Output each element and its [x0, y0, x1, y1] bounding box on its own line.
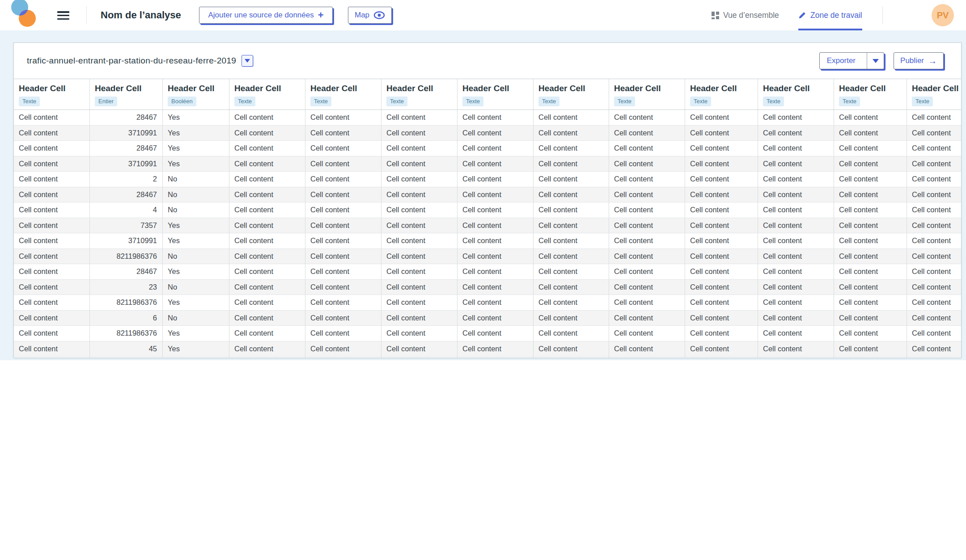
export-dropdown-button[interactable]: [867, 53, 884, 69]
table-cell: Cell content: [609, 218, 685, 234]
analysis-title: Nom de l’analyse: [101, 0, 181, 30]
table-cell: Cell content: [305, 280, 381, 295]
column-type-badge: Texte: [234, 97, 255, 106]
table-cell: Cell content: [685, 172, 758, 187]
export-button[interactable]: Exporter: [820, 53, 863, 69]
table-cell: Cell content: [685, 311, 758, 326]
table-cell: Cell content: [381, 141, 458, 156]
column-header[interactable]: Header CellTexte: [14, 79, 90, 109]
table-cell: Cell content: [907, 126, 962, 141]
table-cell: 3710991: [90, 233, 163, 249]
table-cell: Cell content: [229, 249, 305, 265]
table-cell: [163, 357, 229, 358]
dataset-toolbar: trafic-annuel-entrant-par-station-du-res…: [14, 43, 961, 79]
table-cell: Yes: [163, 141, 229, 156]
table-row: Cell content3710991YesCell contentCell c…: [14, 156, 961, 172]
user-avatar[interactable]: PV: [932, 4, 954, 26]
table-cell: Yes: [163, 326, 229, 341]
transformation-panel: Transformations populaires Add columnAgg…: [0, 360, 966, 560]
table-cell: Cell content: [229, 218, 305, 234]
table-cell: Cell content: [834, 249, 907, 265]
column-header[interactable]: Header CellTexte: [758, 79, 834, 109]
column-title: Header Cell: [168, 84, 224, 93]
table-cell: [381, 357, 458, 358]
table-cell: Cell content: [458, 141, 534, 156]
column-header[interactable]: Header CellTexte: [305, 79, 381, 109]
column-header[interactable]: Header CellTexte: [907, 79, 962, 109]
table-cell: Cell content: [907, 156, 962, 172]
table-cell: Cell content: [381, 326, 458, 341]
table-body: Cell content28467YesCell contentCell con…: [14, 110, 961, 358]
table-cell: Cell content: [305, 233, 381, 249]
column-title: Header Cell: [19, 84, 84, 93]
column-header[interactable]: Header CellTexte: [381, 79, 458, 109]
table-cell: Cell content: [685, 233, 758, 249]
column-type-badge: Texte: [538, 97, 559, 106]
table-cell: Cell content: [458, 187, 534, 203]
table-cell: 28467: [90, 187, 163, 203]
dataset-dropdown-button[interactable]: [242, 55, 253, 67]
table-cell: Cell content: [229, 295, 305, 311]
table-cell: Cell content: [758, 156, 834, 172]
column-header[interactable]: Header CellEntier: [90, 79, 163, 109]
table-row: Cell content2NoCell contentCell contentC…: [14, 172, 961, 187]
publish-label: Publier: [900, 56, 924, 65]
table-cell: [907, 357, 962, 358]
table-cell: Cell content: [305, 295, 381, 311]
table-cell: Cell content: [534, 341, 609, 357]
column-header[interactable]: Header CellTexte: [685, 79, 758, 109]
table-cell: Cell content: [229, 264, 305, 280]
table-cell: Cell content: [458, 156, 534, 172]
column-title: Header Cell: [234, 84, 300, 93]
map-label: Map: [355, 11, 369, 20]
table-cell: Cell content: [14, 280, 90, 295]
table-cell: Cell content: [458, 249, 534, 265]
table-cell: Cell content: [834, 295, 907, 311]
table-cell: Cell content: [14, 172, 90, 187]
table-cell: Cell content: [305, 341, 381, 357]
table-cell: Cell content: [381, 280, 458, 295]
table-cell: Cell content: [229, 172, 305, 187]
table-cell: Cell content: [758, 187, 834, 203]
column-header[interactable]: Header CellTexte: [229, 79, 305, 109]
table-cell: Cell content: [758, 249, 834, 265]
table-cell: Cell content: [14, 326, 90, 341]
topbar-divider-right: [882, 6, 883, 24]
column-header[interactable]: Header CellTexte: [834, 79, 907, 109]
table-row: Cell content3710991YesCell contentCell c…: [14, 126, 961, 141]
table-cell: Cell content: [458, 126, 534, 141]
table-cell: Cell content: [14, 156, 90, 172]
column-header[interactable]: Header CellTexte: [458, 79, 534, 109]
menu-icon[interactable]: [57, 11, 69, 20]
table-cell: Cell content: [685, 141, 758, 156]
tab-zone-de-travail[interactable]: Zone de travail: [798, 0, 862, 30]
table-cell: Cell content: [305, 249, 381, 265]
publish-button[interactable]: Publier →: [894, 52, 944, 69]
column-header[interactable]: Header CellTexte: [609, 79, 685, 109]
map-button[interactable]: Map: [348, 7, 392, 24]
table-row: Cell content28467YesCell contentCell con…: [14, 141, 961, 156]
app-logo[interactable]: [7, 0, 37, 29]
table-cell: Cell content: [758, 233, 834, 249]
column-type-badge: Booléen: [168, 97, 196, 106]
column-header[interactable]: Header CellBooléen: [163, 79, 229, 109]
table-cell: Cell content: [534, 264, 609, 280]
table-cell: Cell content: [907, 110, 962, 126]
table-row: Cell content4NoCell contentCell contentC…: [14, 202, 961, 218]
table-cell: Cell content: [381, 156, 458, 172]
table-cell: Cell content: [609, 295, 685, 311]
table-cell: Cell content: [907, 311, 962, 326]
table-cell: 23: [90, 280, 163, 295]
table-cell: Cell content: [381, 249, 458, 265]
table-cell: Cell content: [534, 311, 609, 326]
table-cell: Cell content: [758, 295, 834, 311]
column-type-badge: Texte: [763, 97, 784, 106]
add-data-source-button[interactable]: Ajouter une source de données +: [199, 7, 333, 24]
table-row: Cell content7357YesCell contentCell cont…: [14, 218, 961, 234]
table-cell: Cell content: [609, 141, 685, 156]
table-cell: Cell content: [907, 341, 962, 357]
column-header[interactable]: Header CellTexte: [534, 79, 609, 109]
tab-vue-densemble[interactable]: Vue d’ensemble: [712, 0, 779, 30]
column-title: Header Cell: [95, 84, 157, 93]
table-cell: Cell content: [907, 280, 962, 295]
